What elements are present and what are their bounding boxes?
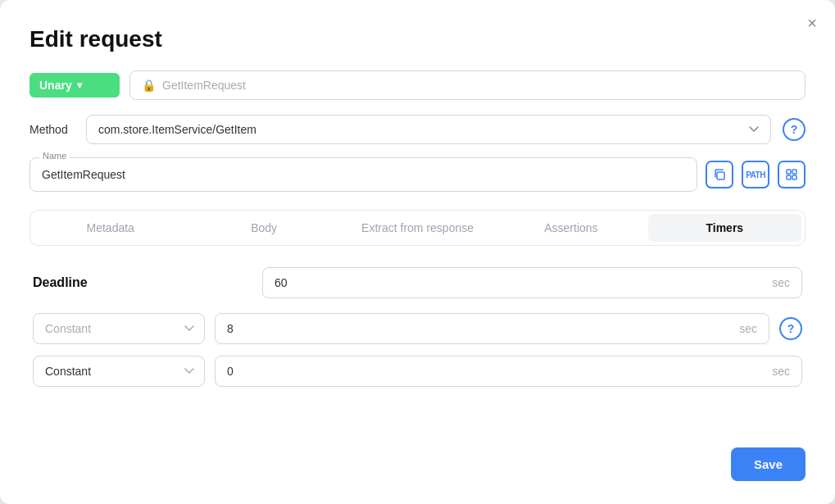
request-name-display: 🔒 GetItemRequest — [129, 70, 806, 100]
deadline-label: Deadline — [33, 275, 262, 290]
copy-icon-btn[interactable] — [706, 161, 733, 188]
top-row: Unary ▾ 🔒 GetItemRequest — [29, 70, 806, 100]
name-field-label: Name — [39, 151, 70, 161]
tab-assertions[interactable]: Assertions — [494, 214, 647, 242]
method-select[interactable]: com.store.ItemService/GetItem — [86, 115, 771, 144]
timers-content: Deadline sec Constant Constant sec ? Con… — [29, 267, 806, 387]
timer-row1-help-icon[interactable]: ? — [779, 317, 802, 340]
lock-icon: 🔒 — [142, 79, 156, 92]
svg-rect-0 — [717, 172, 724, 179]
svg-rect-3 — [787, 175, 791, 179]
deadline-input[interactable] — [275, 276, 765, 289]
close-button[interactable]: × — [807, 15, 817, 31]
name-field-row: PATH — [29, 157, 806, 192]
svg-rect-1 — [787, 170, 791, 174]
deadline-input-wrap: sec — [262, 267, 802, 298]
type-dropdown-label: Unary — [39, 79, 72, 92]
tab-metadata[interactable]: Metadata — [34, 214, 187, 242]
tab-timers[interactable]: Timers — [648, 214, 801, 242]
timer-row2-input-wrap: sec — [215, 356, 802, 387]
timer-row1-input[interactable] — [227, 322, 733, 335]
svg-rect-4 — [792, 175, 796, 179]
name-input[interactable] — [29, 157, 697, 192]
name-field-wrap: Name PATH — [29, 157, 806, 192]
timer-row1-input-wrap: sec — [215, 313, 769, 344]
timer-row2-dropdown[interactable]: Constant — [33, 356, 205, 387]
chevron-down-icon: ▾ — [77, 79, 82, 91]
tab-body[interactable]: Body — [187, 214, 340, 242]
save-button[interactable]: Save — [731, 447, 806, 481]
timer-row2-input[interactable] — [227, 365, 765, 378]
timer-row1-dropdown[interactable]: Constant Constant — [33, 313, 205, 344]
tabs-row: Metadata Body Extract from response Asse… — [29, 210, 806, 246]
method-label: Method — [29, 123, 75, 136]
path-icon-btn[interactable]: PATH — [742, 161, 769, 188]
svg-rect-2 — [792, 170, 796, 174]
tab-extract[interactable]: Extract from response — [341, 214, 494, 242]
path-label: PATH — [746, 170, 765, 179]
method-help-icon[interactable]: ? — [783, 118, 806, 141]
edit-request-modal: × Edit request Unary ▾ 🔒 GetItemRequest … — [0, 0, 835, 504]
deadline-row: Deadline sec — [33, 267, 802, 298]
modal-title: Edit request — [29, 26, 806, 52]
timer-row2-suffix: sec — [772, 365, 790, 378]
method-row: Method com.store.ItemService/GetItem ? — [29, 115, 806, 144]
request-name-text: GetItemRequest — [162, 79, 246, 92]
timer-row-1: Constant Constant sec ? — [33, 313, 802, 344]
type-dropdown[interactable]: Unary ▾ — [29, 73, 120, 98]
timer-row1-suffix: sec — [739, 322, 757, 335]
grid-icon-btn[interactable] — [778, 161, 806, 188]
deadline-suffix: sec — [772, 276, 790, 289]
timer-row-2: Constant sec — [33, 356, 802, 387]
